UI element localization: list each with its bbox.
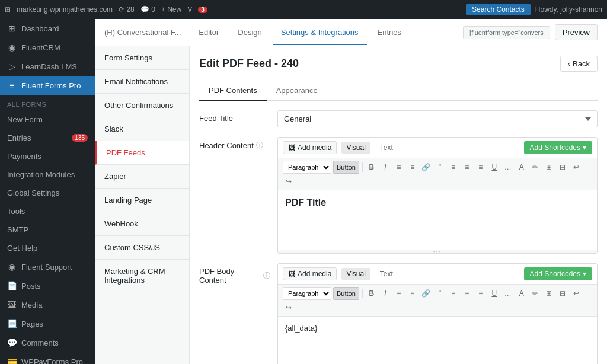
tab-pdfcontents[interactable]: PDF Contents <box>199 81 267 101</box>
mid-sidebar-formsettings[interactable]: Form Settings <box>95 46 189 70</box>
header-add-media-btn[interactable]: 🖼 Add media <box>283 141 337 154</box>
paste-icon[interactable]: ✏ <box>529 161 541 173</box>
header-visual-tab[interactable]: Visual <box>341 142 370 154</box>
sidebar-item-media[interactable]: 🖼 Media <box>0 295 95 314</box>
comment-count[interactable]: 💬 0 <box>140 5 155 14</box>
mid-sidebar-customcssjs[interactable]: Custom CSS/JS <box>95 236 189 260</box>
ordered-list-icon[interactable]: ≡ <box>407 161 418 173</box>
body-undo-icon[interactable]: ↩ <box>570 288 582 299</box>
search-contacts-button[interactable]: Search Contacts <box>466 4 531 15</box>
text-color-icon[interactable]: A <box>516 161 528 173</box>
tab-editor[interactable]: Editor <box>190 21 227 45</box>
bold-icon[interactable]: B <box>366 161 378 173</box>
sidebar-item-fluentforms[interactable]: ≡ Fluent Forms Pro <box>0 76 95 95</box>
undo-icon[interactable]: ↩ <box>570 161 582 173</box>
sidebar-item-integration[interactable]: Integration Modules <box>0 165 95 184</box>
mid-sidebar-otherconfirm[interactable]: Other Confirmations <box>95 94 189 117</box>
preview-button[interactable]: Preview <box>555 24 598 40</box>
body-paragraph-select[interactable]: Paragraph <box>283 287 331 300</box>
header-button-btn[interactable]: Button <box>333 161 359 174</box>
unordered-list-icon[interactable]: ≡ <box>393 161 405 173</box>
mid-sidebar-webhook[interactable]: WebHook <box>95 212 189 236</box>
body-ul-icon[interactable]: ≡ <box>393 288 405 299</box>
header-text-tab[interactable]: Text <box>375 142 398 154</box>
tab-design[interactable]: Design <box>229 21 270 45</box>
body-align-center-icon[interactable]: ≡ <box>461 288 473 299</box>
mid-sidebar-zapier[interactable]: Zapier <box>95 165 189 189</box>
new-content-btn[interactable]: + New <box>161 5 181 14</box>
body-visual-tab[interactable]: Visual <box>341 268 370 280</box>
body-text-color-icon[interactable]: A <box>516 288 528 299</box>
body-blockquote-icon[interactable]: " <box>434 288 446 299</box>
body-add-shortcodes-btn[interactable]: Add Shortcodes ▾ <box>524 267 592 280</box>
body-button-btn[interactable]: Button <box>333 287 359 300</box>
sidebar-item-learndash[interactable]: ▷ LearnDash LMS <box>0 57 95 76</box>
align-left-icon[interactable]: ≡ <box>448 161 459 173</box>
sidebar-item-globalsettings[interactable]: Global Settings <box>0 184 95 202</box>
mid-sidebar-marketingcrm[interactable]: Marketing & CRM Integrations <box>95 260 189 292</box>
sidebar-item-fluentsupport[interactable]: ◉ Fluent Support <box>0 257 95 276</box>
body-ol-icon[interactable]: ≡ <box>407 288 418 299</box>
sidebar-label-globalsettings: Global Settings <box>7 189 59 197</box>
sidebar-item-pages[interactable]: 📃 Pages <box>0 314 95 333</box>
page-title: Edit PDF Feed - 240 <box>199 58 299 70</box>
link-icon[interactable]: 🔗 <box>420 161 432 173</box>
mid-sidebar-emailnotif[interactable]: Email Notifications <box>95 70 189 94</box>
header-editor-resize[interactable] <box>278 250 597 253</box>
body-link-icon[interactable]: 🔗 <box>420 288 432 299</box>
body-italic-icon[interactable]: I <box>379 288 391 299</box>
align-right-icon[interactable]: ≡ <box>475 161 487 173</box>
underline-icon[interactable]: U <box>488 161 500 173</box>
redo-icon[interactable]: ↪ <box>283 175 295 187</box>
body-redo-icon[interactable]: ↪ <box>283 302 295 314</box>
update-count[interactable]: ⟳ 28 <box>119 5 135 14</box>
body-more-icon[interactable]: … <box>502 288 514 299</box>
sidebar-item-payments[interactable]: Payments <box>0 147 95 165</box>
sidebar-item-gethelp[interactable]: Get Help <box>0 239 95 257</box>
body-align-right-icon[interactable]: ≡ <box>475 288 487 299</box>
feed-title-select[interactable]: General <box>277 110 598 127</box>
sidebar-item-newform[interactable]: New Form <box>0 110 95 129</box>
sidebar-item-fluentcrm[interactable]: ◉ FluentCRM <box>0 38 95 57</box>
italic-icon[interactable]: I <box>379 161 391 173</box>
body-table-icon[interactable]: ⊞ <box>543 288 555 299</box>
header-add-shortcodes-btn[interactable]: Add Shortcodes ▾ <box>524 141 592 154</box>
sidebar-item-comments[interactable]: 💬 Comments <box>0 333 95 352</box>
align-center-icon[interactable]: ≡ <box>461 161 473 173</box>
sidebar-item-wppayforms[interactable]: 💳 WPPayForms Pro <box>0 352 95 364</box>
body-align-left-icon[interactable]: ≡ <box>448 288 459 299</box>
body-add-media-btn[interactable]: 🖼 Add media <box>283 267 337 280</box>
table2-icon[interactable]: ⊟ <box>557 161 568 173</box>
notif-badge[interactable]: 3 <box>198 7 207 13</box>
table-icon[interactable]: ⊞ <box>543 161 555 173</box>
header-paragraph-select[interactable]: Paragraph <box>283 161 331 174</box>
sidebar-item-entries[interactable]: Entries 135 <box>0 129 95 147</box>
tab-settings[interactable]: Settings & Integrations <box>273 21 367 45</box>
sidebar-item-posts[interactable]: 📄 Posts <box>0 276 95 295</box>
howdy-text: Howdy, jolly-shannon <box>535 5 602 14</box>
back-button[interactable]: ‹ Back <box>560 56 598 72</box>
body-paste-icon[interactable]: ✏ <box>529 288 541 299</box>
more-icon[interactable]: … <box>502 161 514 173</box>
fluentsupport-icon: ◉ <box>7 262 17 272</box>
body-editor-content[interactable]: {all_data} <box>278 317 597 364</box>
tab-appearance[interactable]: Appearance <box>267 81 327 101</box>
body-table2-icon[interactable]: ⊟ <box>557 288 568 299</box>
body-bold-icon[interactable]: B <box>366 288 378 299</box>
sidebar-item-smtp[interactable]: SMTP <box>0 221 95 239</box>
header-editor-content[interactable]: PDF Title <box>278 190 597 250</box>
site-name[interactable]: marketing.wpninjathemes.com <box>17 5 113 14</box>
toolbar-sep-1 <box>362 162 363 172</box>
mid-sidebar-pdffeeds[interactable]: PDF Feeds <box>95 141 189 165</box>
sidebar-item-tools[interactable]: Tools <box>0 202 95 221</box>
body-underline-icon[interactable]: U <box>488 288 500 299</box>
content-area: (H) Conversational F... Editor Design Se… <box>95 19 607 364</box>
wppayfoms-icon: 💳 <box>7 357 17 364</box>
body-text-tab[interactable]: Text <box>375 268 398 280</box>
tab-entries[interactable]: Entries <box>369 21 410 45</box>
sidebar-item-dashboard[interactable]: ⊞ Dashboard <box>0 19 95 38</box>
blockquote-icon[interactable]: " <box>434 161 446 173</box>
feed-title-row: Feed Title General <box>199 110 598 127</box>
mid-sidebar-slack[interactable]: Slack <box>95 117 189 141</box>
mid-sidebar-landingpage[interactable]: Landing Page <box>95 189 189 212</box>
